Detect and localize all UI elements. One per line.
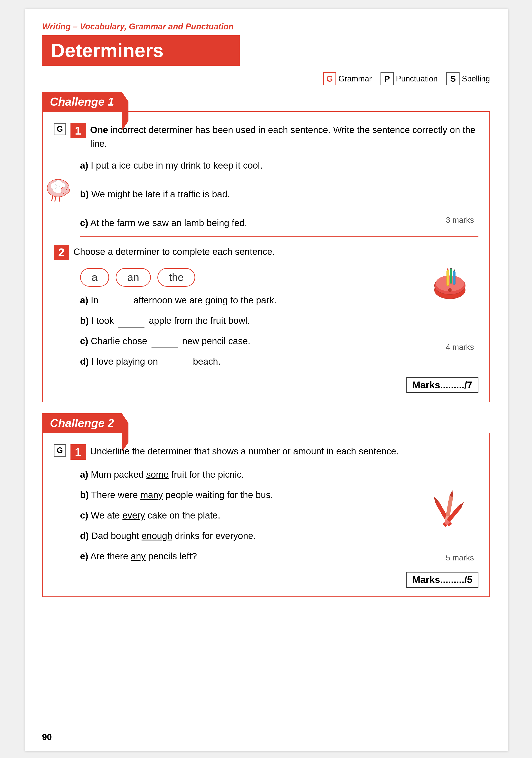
blank-b[interactable] <box>118 327 144 327</box>
q1-answer-line-c <box>80 236 479 237</box>
q1-g-badge: G <box>54 123 66 135</box>
challenge2-total: Marks........./5 <box>407 572 479 588</box>
underline-a: some <box>146 469 169 480</box>
c2-q1-item-c: c) We ate every cake on the plate. <box>80 508 479 522</box>
c2-q1-marks: 5 marks <box>446 553 474 563</box>
c2-q1-instruction: Underline the determiner that shows a nu… <box>90 444 399 458</box>
c2-q1-item-b: b) There were many people waiting for th… <box>80 488 479 502</box>
svg-marker-18 <box>450 268 452 269</box>
svg-point-5 <box>61 187 70 194</box>
q1-marks: 3 marks <box>446 216 474 225</box>
q2-item-b: b) I took apple from the fruit bowl. <box>80 314 479 327</box>
challenge1-q1-row: G 1 One incorrect determiner has been us… <box>54 123 479 151</box>
q1-instruction: One incorrect determiner has been used i… <box>90 123 479 151</box>
challenge2-header-wrap: Challenge 2 <box>42 413 490 433</box>
blank-c[interactable] <box>152 348 178 348</box>
clearfix1: Marks........./7 <box>54 375 479 393</box>
svg-line-11 <box>59 196 60 201</box>
challenge1-header-wrap: Challenge 1 <box>42 92 490 111</box>
page-number: 90 <box>42 732 52 742</box>
svg-point-4 <box>55 180 61 186</box>
c2-q1-item-d: d) Dad bought enough drinks for everyone… <box>80 529 479 543</box>
svg-line-7 <box>64 192 64 194</box>
c2-q1-g-badge: G <box>54 444 66 457</box>
svg-point-6 <box>66 189 67 190</box>
underline-d: enough <box>142 531 172 541</box>
q1-num-badge: 1 <box>70 123 86 138</box>
q1-item-a: a) I put a ice cube in my drink to keep … <box>80 158 479 172</box>
challenge2-q1-row: G 1 Underline the determiner that shows … <box>54 444 479 460</box>
grammar-label: Grammar <box>338 74 372 84</box>
q1-sub-items: a) I put a ice cube in my drink to keep … <box>80 158 479 237</box>
q1-items-section: a) I put a ice cube in my drink to keep … <box>54 158 479 237</box>
c2-q1-num-badge: 1 <box>70 444 86 460</box>
blank-d[interactable] <box>162 368 189 368</box>
bubble-a: a <box>80 268 109 287</box>
q1-bold: One <box>90 125 108 135</box>
spelling-label: Spelling <box>462 74 490 84</box>
c2-q1-item-e: e) Are there any pencils left? <box>80 549 479 563</box>
svg-line-10 <box>55 196 55 201</box>
svg-marker-20 <box>453 269 455 271</box>
c2-q1-items-section: a) Mum packed some fruit for the picnic.… <box>54 467 479 563</box>
bubble-an: an <box>116 268 151 287</box>
challenge2-section: G 1 Underline the determiner that shows … <box>42 433 490 597</box>
subtitle: Writing – Vocabulary, Grammar and Punctu… <box>42 22 490 31</box>
challenge1-header: Challenge 1 <box>42 92 122 111</box>
underline-e: any <box>131 551 146 561</box>
underline-b: many <box>140 490 163 500</box>
q2-items-section: a an the <box>54 268 479 368</box>
word-bubbles: a an the <box>80 268 479 287</box>
grammar-icon: G <box>323 72 336 86</box>
q2-marks: 4 marks <box>446 343 474 352</box>
challenge2-header: Challenge 2 <box>42 413 122 433</box>
q2-sub-items: a) In afternoon we are going to the park… <box>80 293 479 368</box>
q2-instruction: Choose a determiner to complete each sen… <box>74 245 275 258</box>
sheep-illustration <box>41 176 76 203</box>
page: Writing – Vocabulary, Grammar and Punctu… <box>24 9 508 751</box>
grammar-badge: G Grammar <box>323 72 372 86</box>
pencilcase-illustration <box>428 268 472 304</box>
challenge1-total: Marks........./7 <box>407 377 479 393</box>
c2-q1-item-a: a) Mum packed some fruit for the picnic. <box>80 467 479 481</box>
spelling-icon: S <box>446 72 460 86</box>
underline-c: every <box>123 510 145 521</box>
q2-item-d: d) I love playing on beach. <box>80 355 479 368</box>
svg-line-8 <box>66 192 66 194</box>
q1-answer-line-a <box>80 179 479 179</box>
clearfix2: Marks........./5 <box>54 569 479 588</box>
svg-rect-15 <box>446 270 449 286</box>
icon-row: G Grammar P Punctuation S Spelling <box>42 72 490 86</box>
q2-item-a: a) In afternoon we are going to the park… <box>80 293 479 307</box>
blank-a[interactable] <box>103 307 129 307</box>
q1-item-b: b) We might be late if a traffic is bad. <box>80 187 479 201</box>
bubble-the: the <box>158 268 195 287</box>
q2-item-c: c) Charlie chose new pencil case. <box>80 334 479 348</box>
svg-rect-17 <box>450 269 452 283</box>
svg-line-9 <box>52 196 53 201</box>
challenge1-section: G 1 One incorrect determiner has been us… <box>42 111 490 402</box>
challenge1-q2-row: 2 Choose a determiner to complete each s… <box>54 245 479 260</box>
q1-item-c: c) At the farm we saw an lamb being fed. <box>80 216 479 230</box>
q1-answer-line-b <box>80 208 479 208</box>
c2-q1-sub-items: a) Mum packed some fruit for the picnic.… <box>80 467 479 563</box>
spelling-badge: S Spelling <box>446 72 490 86</box>
crayons-illustration <box>424 490 472 534</box>
punctuation-icon: P <box>380 72 394 86</box>
svg-marker-16 <box>446 268 449 270</box>
svg-point-21 <box>448 288 452 292</box>
svg-marker-26 <box>449 490 454 497</box>
svg-rect-19 <box>453 271 455 285</box>
page-title: Determiners <box>42 35 240 66</box>
q1-rest: incorrect determiner has been used in ea… <box>90 125 476 149</box>
q2-num-badge: 2 <box>54 245 69 260</box>
punctuation-label: Punctuation <box>396 74 438 84</box>
punctuation-badge: P Punctuation <box>380 72 438 86</box>
